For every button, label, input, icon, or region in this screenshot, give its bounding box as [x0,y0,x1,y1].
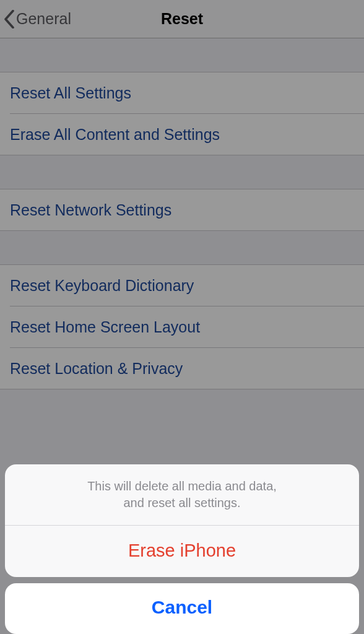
button-label: Cancel [152,597,212,617]
button-label: Erase iPhone [128,541,236,560]
cancel-button[interactable]: Cancel [5,583,359,634]
message-line: This will delete all media and data, [20,478,344,495]
action-sheet: This will delete all media and data, and… [0,464,364,634]
action-sheet-message: This will delete all media and data, and… [5,464,359,525]
erase-iphone-button[interactable]: Erase iPhone [5,526,359,577]
action-sheet-card: This will delete all media and data, and… [5,464,359,577]
message-line: and reset all settings. [20,495,344,511]
